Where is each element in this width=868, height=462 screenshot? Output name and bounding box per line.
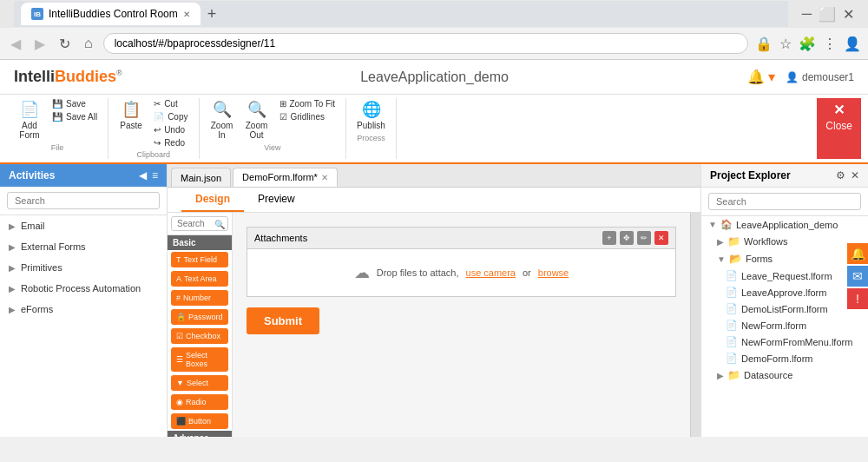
address-input[interactable]: localhost/#/bpaprocessdesigner/11 [103, 33, 748, 54]
submit-button[interactable]: Submit [247, 307, 319, 334]
gridlines-label: Gridlines [291, 112, 325, 122]
maximize-button[interactable]: ⬜ [819, 6, 836, 23]
sidebar-collapse-button[interactable]: ◀ [139, 169, 147, 182]
activity-item-email[interactable]: ▶ Email [0, 215, 167, 236]
right-panel-btn-2[interactable]: ✉ [847, 266, 868, 287]
copy-label: Copy [168, 112, 187, 122]
text-field-icon: T [176, 255, 181, 264]
save-group: 💾 Save 💾 Save All [49, 98, 101, 122]
activity-item-rpa[interactable]: ▶ Robotic Process Automation [0, 278, 167, 299]
tree-item-demo-list-form[interactable]: 📄 DemoListForm.lform [701, 300, 868, 317]
new-form-from-menu-file-icon: 📄 [726, 336, 738, 347]
widget-move-button[interactable]: ✥ [620, 231, 634, 245]
sidebar-search-input[interactable] [7, 192, 160, 209]
widget-edit-button[interactable]: ✏ [637, 231, 651, 245]
home-button[interactable]: ⌂ [81, 34, 96, 53]
forms-expand-icon: ▼ [717, 254, 726, 264]
cut-button[interactable]: ✂ Cut [150, 98, 191, 109]
forward-button[interactable]: ▶ [31, 34, 49, 54]
tab-close-icon[interactable]: ✕ [183, 10, 190, 19]
copy-icon: 📄 [154, 112, 164, 122]
tab-main-json[interactable]: Main.json [171, 168, 231, 187]
comp-select-boxes[interactable]: ☰ Select Boxes [171, 347, 228, 372]
menu-icon[interactable]: ⋮ [823, 36, 837, 52]
select-label: Select [187, 379, 208, 387]
gridlines-button[interactable]: ☑ Gridlines [276, 111, 339, 122]
close-button[interactable]: ✕ Close [817, 98, 861, 159]
attachments-drop-zone[interactable]: ☁ Drop files to attach, use camera or br… [247, 249, 675, 296]
zoom-to-fit-button[interactable]: ⊞ Zoom To Fit [276, 98, 339, 109]
right-panel-btn-3[interactable]: ! [847, 288, 868, 309]
refresh-button[interactable]: ↻ [56, 34, 74, 54]
activity-item-eforms[interactable]: ▶ eForms [0, 299, 167, 320]
tree-item-demo-form[interactable]: 📄 DemoForm.lform [701, 350, 868, 366]
comp-text-area[interactable]: A Text Area [171, 271, 228, 287]
back-button[interactable]: ◀ [7, 34, 24, 54]
save-button[interactable]: 💾 Save [49, 98, 101, 109]
comp-text-field[interactable]: T Text Field [171, 252, 228, 267]
button-icon: ⬛ [176, 417, 186, 426]
comp-number[interactable]: # Number [171, 290, 228, 306]
tree-item-leave-approve[interactable]: 📄 LeaveApprove.lform [701, 284, 868, 300]
lock-icon[interactable]: 🔒 [755, 36, 773, 52]
tree-item-new-form[interactable]: 📄 NewForm.lform [701, 317, 868, 333]
save-all-button[interactable]: 💾 Save All [49, 111, 101, 122]
close-window-button[interactable]: ✕ [843, 6, 854, 23]
basic-section-header: Basic [168, 235, 232, 250]
tree-item-workflows[interactable]: ▶ 📁 Workflows [701, 233, 868, 250]
profile-icon[interactable]: 👤 [844, 36, 861, 52]
sidebar-header: Activities ◀ ≡ [0, 164, 167, 187]
use-camera-link[interactable]: use camera [466, 267, 516, 278]
notification-button[interactable]: 🔔 ▾ [747, 69, 775, 85]
paste-button[interactable]: 📋 Paste [115, 98, 147, 132]
new-tab-button[interactable]: + [204, 5, 220, 23]
activity-rpa-label: Robotic Process Automation [21, 283, 141, 294]
canvas-scrollbar[interactable] [690, 213, 700, 437]
tab-preview[interactable]: Preview [244, 188, 309, 212]
widget-delete-button[interactable]: ✕ [654, 231, 668, 245]
project-explorer-search-input[interactable] [708, 193, 861, 210]
tab-demo-form-label: DemoForm.lform* [242, 172, 318, 182]
copy-button[interactable]: 📄 Copy [150, 111, 191, 122]
root-expand-icon: ▼ [708, 220, 717, 229]
tab-demo-form-close-button[interactable]: ✕ [321, 173, 328, 182]
add-form-button[interactable]: 📄 AddForm [14, 98, 45, 142]
browser-tab[interactable]: IB IntelliBuddies Control Room ✕ [21, 3, 201, 25]
tree-item-root[interactable]: ▼ 🏠 LeaveApplication_demo [701, 216, 868, 233]
zoom-in-button[interactable]: 🔍 ZoomIn [207, 98, 238, 142]
star-icon[interactable]: ☆ [779, 36, 792, 52]
activity-item-primitives[interactable]: ▶ Primitives [0, 257, 167, 278]
email-arrow-icon: ▶ [9, 221, 16, 231]
browse-link[interactable]: browse [538, 267, 569, 278]
close-label: Close [825, 120, 852, 132]
comp-checkbox[interactable]: ☑ Checkbox [171, 328, 228, 344]
project-explorer-close-button[interactable]: ✕ [851, 169, 859, 182]
form-canvas[interactable]: Attachments + ✥ ✏ ✕ ☁ Drop files to atta… [233, 213, 690, 437]
tree-item-datasource[interactable]: ▶ 📁 Datasource [701, 366, 868, 384]
zoom-out-button[interactable]: 🔍 ZoomOut [241, 98, 273, 142]
comp-radio[interactable]: ◉ Radio [171, 394, 228, 410]
sidebar-search-box [0, 187, 167, 215]
activity-item-external-forms[interactable]: ▶ External Forms [0, 236, 167, 257]
user-menu-button[interactable]: 👤 demouser1 [786, 71, 854, 83]
text-area-icon: A [176, 274, 181, 283]
minimize-button[interactable]: ─ [802, 6, 812, 22]
extensions-icon[interactable]: 🧩 [799, 36, 816, 52]
tree-item-forms[interactable]: ▼ 📂 Forms [701, 250, 868, 267]
datasource-folder-icon: 📁 [727, 369, 740, 381]
tab-demo-form[interactable]: DemoForm.lform* ✕ [233, 168, 338, 187]
project-explorer-settings-button[interactable]: ⚙ [836, 169, 845, 182]
tab-design[interactable]: Design [181, 188, 244, 212]
tree-item-new-form-from-menu[interactable]: 📄 NewFormFromMenu.lform [701, 333, 868, 350]
widget-add-button[interactable]: + [602, 231, 616, 245]
sidebar-menu-button[interactable]: ≡ [152, 169, 158, 182]
comp-button[interactable]: ⬛ Button [171, 413, 228, 429]
comp-select[interactable]: ▼ Select [171, 375, 228, 391]
add-form-label: AddForm [19, 121, 39, 140]
undo-button[interactable]: ↩ Undo [150, 124, 191, 135]
right-panel-btn-1[interactable]: 🔔 [847, 243, 868, 264]
tree-item-leave-request[interactable]: 📄 Leave_Request.lform [701, 267, 868, 284]
comp-password[interactable]: 🔒 Password [171, 309, 228, 325]
redo-button[interactable]: ↪ Redo [150, 137, 191, 148]
publish-button[interactable]: 🌐 Publish [353, 98, 389, 132]
